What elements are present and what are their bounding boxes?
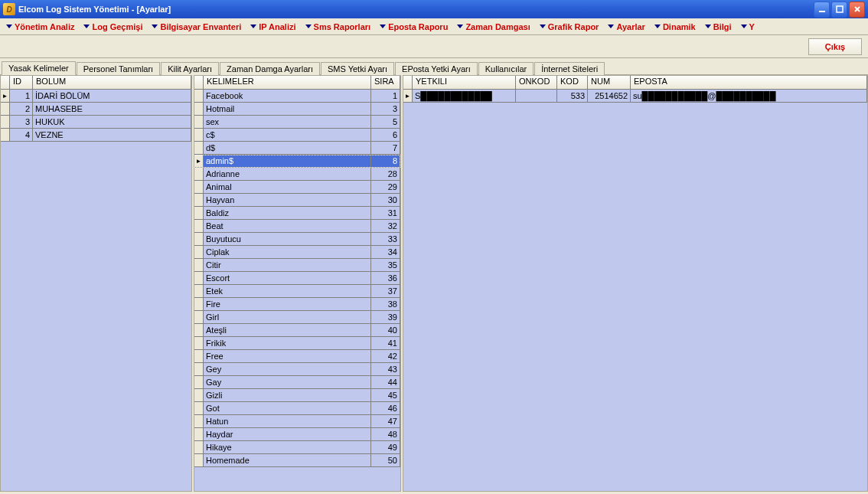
menu-item-7[interactable]: Grafik Rapor (535, 19, 604, 34)
col-bolum[interactable]: BOLUM (33, 76, 191, 89)
row-indicator (194, 103, 204, 115)
table-row[interactable]: Got46 (194, 402, 400, 415)
menu-item-9[interactable]: Dinamik (650, 19, 700, 34)
table-row[interactable]: 1İDARİ BÖLÜM (1, 90, 191, 103)
menubar: Yönetim AnalizLog GeçmişiBilgisayar Enva… (0, 18, 868, 35)
table-row[interactable]: admin$8 (194, 155, 400, 168)
minimize-icon (818, 5, 826, 13)
table-row[interactable]: 2MUHASEBE (1, 103, 191, 116)
table-row[interactable]: Gey43 (194, 363, 400, 376)
table-row[interactable]: 4VEZNE (1, 129, 191, 142)
table-row[interactable]: Haydar48 (194, 428, 400, 441)
table-row[interactable]: d$7 (194, 142, 400, 155)
row-indicator (194, 337, 204, 349)
menu-item-4[interactable]: Sms Raporları (301, 19, 376, 34)
row-indicator (194, 272, 204, 284)
row-indicator (403, 90, 413, 102)
table-row[interactable]: Facebook1 (194, 90, 400, 103)
table-row[interactable]: Homemade50 (194, 454, 400, 467)
table-row[interactable]: Frikik41 (194, 337, 400, 350)
row-indicator (194, 220, 204, 232)
tab-4[interactable]: SMS Yetki Ayarı (321, 62, 394, 75)
tab-2[interactable]: Kilit Ayarları (161, 62, 219, 75)
table-row[interactable]: Ciplak34 (194, 246, 400, 259)
row-indicator (194, 207, 204, 219)
row-indicator (194, 194, 204, 206)
row-indicator (194, 233, 204, 245)
col-eposta[interactable]: EPOSTA (631, 76, 867, 89)
table-row[interactable]: Hikaye49 (194, 441, 400, 454)
row-indicator (194, 181, 204, 193)
col-kod[interactable]: KOD (557, 76, 588, 89)
maximize-button[interactable] (831, 2, 847, 18)
table-row[interactable]: Baldiz31 (194, 207, 400, 220)
close-button[interactable] (849, 2, 865, 18)
tab-6[interactable]: Kullanıcılar (478, 62, 534, 75)
table-row[interactable]: Ateşli40 (194, 324, 400, 337)
table-row[interactable]: Hotmail3 (194, 103, 400, 116)
table-row[interactable]: Free42 (194, 350, 400, 363)
menu-item-10[interactable]: Bilgi (700, 19, 736, 34)
tab-1[interactable]: Personel Tanımları (77, 62, 161, 75)
col-id[interactable]: ID (10, 76, 33, 89)
row-indicator (1, 129, 10, 141)
window-title: Elcom Log Sistem Yönetimi - [Ayarlar] (18, 5, 812, 14)
tab-3[interactable]: Zaman Damga Ayarları (220, 62, 320, 75)
menu-item-2[interactable]: Bilgisayar Envanteri (147, 19, 246, 34)
table-row[interactable]: Gay44 (194, 376, 400, 389)
tabstrip: Yasak KelimelerPersonel TanımlarıKilit A… (0, 58, 868, 75)
row-indicator (1, 103, 10, 115)
table-row[interactable]: 3HUKUK (1, 116, 191, 129)
table-row[interactable]: Escort36 (194, 272, 400, 285)
menu-item-8[interactable]: Ayarlar (603, 19, 650, 34)
row-indicator (194, 454, 204, 466)
table-row[interactable]: Etek37 (194, 285, 400, 298)
table-row[interactable]: Girl39 (194, 311, 400, 324)
departments-grid: ID BOLUM 1İDARİ BÖLÜM2MUHASEBE3HUKUK4VEZ… (0, 75, 192, 492)
table-row[interactable]: c$6 (194, 129, 400, 142)
logout-button[interactable]: Çıkış (808, 38, 862, 55)
departments-body[interactable]: 1İDARİ BÖLÜM2MUHASEBE3HUKUK4VEZNE (1, 90, 191, 491)
tab-0[interactable]: Yasak Kelimeler (2, 61, 76, 75)
row-indicator (194, 90, 204, 102)
row-indicator (1, 90, 10, 102)
col-kelimeler[interactable]: KELIMELER (204, 76, 371, 89)
menu-item-0[interactable]: Yönetim Analiz (2, 19, 79, 34)
keywords-body[interactable]: Facebook1Hotmail3sex5c$6d$7admin$8Adrian… (194, 90, 400, 491)
menu-item-6[interactable]: Zaman Damgası (452, 19, 534, 34)
chevron-down-icon (540, 25, 546, 28)
col-onkod[interactable]: ONKOD (516, 76, 557, 89)
authorized-body[interactable]: S████████████5332514652su███████████@███… (403, 90, 867, 491)
menu-item-11[interactable]: Y (736, 19, 759, 34)
minimize-button[interactable] (814, 2, 830, 18)
content-area: ID BOLUM 1İDARİ BÖLÜM2MUHASEBE3HUKUK4VEZ… (0, 75, 868, 492)
table-row[interactable]: sex5 (194, 116, 400, 129)
table-row[interactable]: Animal29 (194, 181, 400, 194)
row-indicator (194, 285, 204, 297)
chevron-down-icon (380, 25, 386, 28)
row-indicator (194, 363, 204, 375)
chevron-down-icon (654, 25, 661, 28)
menu-item-5[interactable]: Eposta Raporu (375, 19, 452, 34)
menu-item-1[interactable]: Log Geçmişi (79, 19, 147, 34)
chevron-down-icon (6, 25, 12, 28)
row-indicator (194, 402, 204, 414)
row-indicator (194, 168, 204, 180)
table-row[interactable]: Fire38 (194, 298, 400, 311)
table-row[interactable]: Beat32 (194, 220, 400, 233)
table-row[interactable]: Buyutucu33 (194, 233, 400, 246)
table-row[interactable]: Gizli45 (194, 389, 400, 402)
tab-5[interactable]: EPosta Yetki Ayarı (395, 62, 478, 75)
col-yetkili[interactable]: YETKILI (413, 76, 516, 89)
row-indicator (194, 441, 204, 453)
table-row[interactable]: Adrianne28 (194, 168, 400, 181)
table-row[interactable]: Hatun47 (194, 415, 400, 428)
col-sira[interactable]: SIRA (371, 76, 400, 89)
table-row[interactable]: Hayvan30 (194, 194, 400, 207)
menu-item-3[interactable]: IP Analizi (246, 19, 300, 34)
table-row[interactable]: S████████████5332514652su███████████@███… (403, 90, 867, 103)
tab-7[interactable]: İnternet Siteleri (534, 62, 605, 75)
col-num[interactable]: NUM (588, 76, 631, 89)
chevron-down-icon (457, 25, 463, 28)
table-row[interactable]: Citir35 (194, 259, 400, 272)
